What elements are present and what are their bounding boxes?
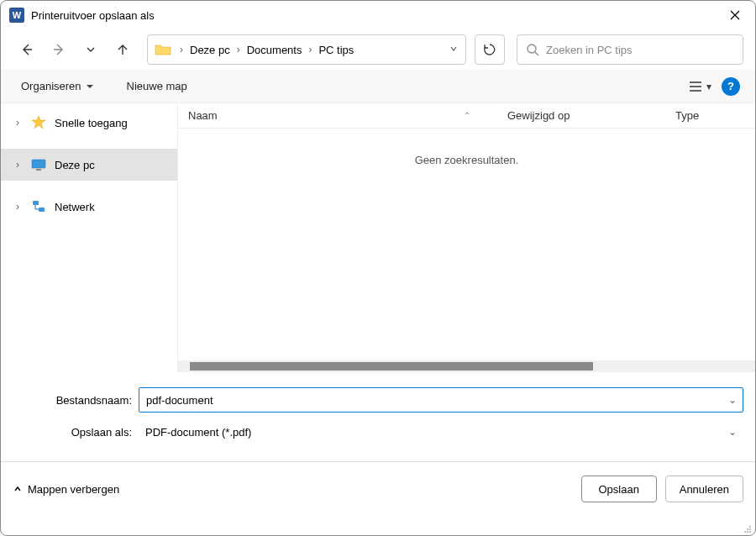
svg-point-9 — [747, 531, 748, 533]
column-header-modified[interactable]: Gewijzigd op — [497, 109, 665, 122]
sidebar-item-label: Netwerk — [55, 201, 95, 213]
scrollbar-thumb[interactable] — [190, 362, 593, 370]
forward-arrow-icon — [52, 43, 66, 56]
breadcrumb-chevron[interactable]: › — [234, 44, 244, 55]
up-button[interactable] — [108, 35, 137, 64]
refresh-button[interactable] — [475, 34, 505, 65]
svg-rect-2 — [36, 169, 41, 171]
forward-button[interactable] — [45, 35, 73, 64]
chevron-up-icon — [13, 484, 23, 494]
sidebar-item-label: Deze pc — [55, 159, 95, 171]
filename-label: Bestandsnaam: — [13, 394, 139, 407]
column-headers: Naam ⌃ Gewijzigd op Type — [178, 103, 755, 129]
help-button[interactable] — [722, 77, 740, 96]
sidebar-item-label: Snelle toegang — [55, 117, 128, 129]
resize-grip[interactable] — [742, 522, 752, 532]
svg-point-8 — [744, 531, 746, 533]
network-icon — [31, 199, 46, 214]
window-title: Printeruitvoer opslaan als — [31, 9, 155, 22]
resize-grip-icon — [742, 523, 752, 533]
recent-dropdown[interactable] — [76, 35, 105, 64]
sidebar-item-this-pc[interactable]: › Deze pc — [1, 149, 177, 181]
column-header-name[interactable]: Naam ⌃ — [178, 109, 497, 122]
empty-results-message: Geen zoekresultaten. — [178, 129, 755, 166]
close-button[interactable] — [723, 3, 747, 27]
horizontal-scrollbar[interactable] — [178, 360, 755, 372]
refresh-icon — [482, 42, 497, 57]
close-icon — [730, 10, 740, 20]
sidebar-item-quick-access[interactable]: › Snelle toegang — [1, 107, 177, 139]
sidebar-item-network[interactable]: › Netwerk — [1, 191, 177, 223]
column-header-type[interactable]: Type — [665, 109, 755, 122]
breadcrumb-bar[interactable]: › Deze pc › Documents › PC tips — [147, 34, 466, 65]
svg-point-6 — [747, 528, 748, 530]
divider — [1, 461, 755, 462]
list-view-icon — [688, 81, 703, 92]
breadcrumb-documents[interactable]: Documents — [244, 42, 306, 58]
chevron-down-icon — [449, 44, 459, 54]
title-bar: Printeruitvoer opslaan als — [1, 1, 755, 29]
svg-rect-4 — [39, 208, 45, 212]
sidebar: › Snelle toegang › Deze pc › Netwerk — [1, 103, 177, 372]
back-button[interactable] — [13, 35, 41, 64]
breadcrumb-dropdown[interactable] — [449, 42, 459, 57]
back-arrow-icon — [20, 43, 34, 56]
breadcrumb-pctips[interactable]: PC tips — [315, 42, 357, 58]
svg-rect-1 — [32, 160, 45, 168]
save-button[interactable]: Opslaan — [581, 476, 657, 502]
organize-menu[interactable]: Organiseren — [16, 76, 98, 96]
save-form: Bestandsnaam: ⌄ Opslaan als: PDF-documen… — [1, 372, 755, 458]
filename-input[interactable] — [139, 394, 722, 407]
filename-combobox[interactable]: ⌄ — [139, 387, 743, 413]
main-area: › Snelle toegang › Deze pc › Netwerk — [1, 103, 755, 372]
view-options-button[interactable]: ▾ — [688, 81, 711, 92]
expand-chevron-icon[interactable]: › — [16, 201, 23, 213]
word-app-icon — [9, 8, 24, 23]
search-icon — [526, 43, 539, 56]
monitor-icon — [31, 159, 46, 171]
filetype-combobox[interactable]: PDF-document (*.pdf) ⌄ — [139, 419, 743, 444]
sort-indicator-icon: ⌃ — [464, 111, 470, 120]
file-list-pane: Naam ⌃ Gewijzigd op Type Geen zoekresult… — [177, 103, 755, 372]
toolbar: Organiseren Nieuwe map ▾ — [1, 70, 755, 103]
expand-chevron-icon[interactable]: › — [16, 159, 23, 171]
saveas-label: Opslaan als: — [13, 426, 139, 439]
breadcrumb-chevron[interactable]: › — [305, 44, 315, 55]
bottom-bar: Mappen verbergen Opslaan Annuleren — [1, 470, 755, 514]
svg-rect-3 — [33, 201, 39, 205]
cancel-button[interactable]: Annuleren — [665, 476, 743, 502]
search-box[interactable] — [517, 34, 743, 65]
navigation-row: › Deze pc › Documents › PC tips — [1, 29, 755, 70]
breadcrumb-chevron[interactable]: › — [176, 44, 186, 55]
chevron-down-icon[interactable]: ⌄ — [728, 426, 737, 438]
new-folder-button[interactable]: Nieuwe map — [122, 76, 192, 96]
hide-folders-toggle[interactable]: Mappen verbergen — [13, 483, 119, 496]
breadcrumb-this-pc[interactable]: Deze pc — [186, 42, 234, 58]
expand-chevron-icon[interactable]: › — [16, 117, 23, 129]
filetype-value: PDF-document (*.pdf) — [145, 426, 251, 439]
star-icon — [31, 115, 46, 130]
folder-icon — [155, 43, 171, 56]
up-arrow-icon — [116, 43, 129, 56]
chevron-down-icon[interactable]: ⌄ — [722, 394, 743, 406]
search-input[interactable] — [546, 44, 734, 56]
svg-point-7 — [749, 528, 751, 530]
svg-point-0 — [528, 45, 536, 53]
svg-point-10 — [749, 531, 751, 533]
svg-point-5 — [749, 526, 751, 528]
chevron-down-icon — [84, 43, 97, 56]
